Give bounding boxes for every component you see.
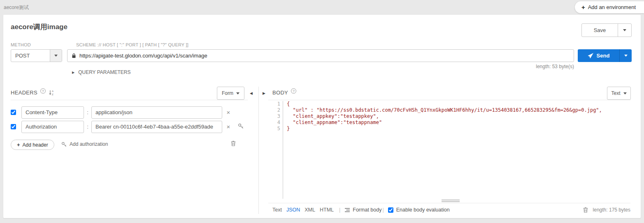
body-footer-divider bbox=[268, 203, 630, 203]
header-name-input[interactable] bbox=[21, 106, 84, 119]
line-number: 3 bbox=[271, 113, 283, 120]
request-card: aecore调用image Save METHOD SCHEME :// HOS… bbox=[3, 15, 641, 218]
add-header-label: Add header bbox=[23, 142, 48, 148]
code-line: 1 { bbox=[271, 101, 630, 107]
plus-icon: + bbox=[17, 142, 20, 148]
body-section-title: BODY ? bbox=[272, 90, 296, 96]
body-footer: Text JSON XML HTML | Format body | Enabl… bbox=[272, 205, 630, 215]
request-title: aecore调用image bbox=[11, 22, 67, 32]
send-button[interactable]: Send bbox=[578, 49, 632, 62]
lock-icon bbox=[72, 53, 76, 58]
workspace-title: aecore测试 bbox=[4, 4, 29, 11]
save-dropdown-button[interactable] bbox=[618, 24, 631, 37]
caret-down-icon bbox=[624, 55, 628, 57]
tab-text[interactable]: Text bbox=[272, 207, 282, 213]
disclosure-triangle-icon: ▶ bbox=[72, 71, 74, 74]
line-number: 1 bbox=[271, 101, 283, 107]
format-body-button[interactable]: Format body bbox=[344, 207, 381, 213]
body-title-text: BODY bbox=[272, 90, 288, 96]
url-field-wrap[interactable] bbox=[67, 49, 574, 62]
body-editor[interactable]: 1 { 2 "url" : "https://ss0.bdstatic.com/… bbox=[271, 101, 630, 199]
url-length: length: 53 byte(s) bbox=[536, 64, 574, 69]
key-icon bbox=[61, 142, 67, 147]
save-button-label[interactable]: Save bbox=[582, 24, 618, 37]
code-text: "url" : "https://ss0.bdstatic.com/70cFvH… bbox=[283, 107, 602, 113]
query-parameters-toggle[interactable]: ▶ QUERY PARAMETERS bbox=[72, 69, 131, 75]
enable-body-evaluation-toggle[interactable]: Enable body evaluation bbox=[388, 207, 450, 213]
tab-json[interactable]: JSON bbox=[286, 207, 300, 213]
send-plane-icon bbox=[588, 53, 593, 59]
collapse-left-panel-icon[interactable]: ◀ bbox=[250, 91, 253, 95]
add-authorization-label: Add authorization bbox=[70, 141, 108, 147]
headers-mode-label: Form bbox=[222, 90, 233, 96]
body-type-label: Text bbox=[611, 90, 620, 96]
code-line: 5 } bbox=[271, 126, 630, 132]
panel-divider[interactable] bbox=[258, 87, 259, 214]
caret-down-icon bbox=[623, 92, 627, 94]
key-icon[interactable] bbox=[235, 123, 247, 130]
code-line: 3 "client_appkey":"testappkey", bbox=[271, 113, 630, 120]
send-button-label: Send bbox=[597, 53, 610, 59]
body-type-button[interactable]: Text bbox=[607, 87, 631, 100]
remove-header-icon[interactable]: × bbox=[222, 109, 235, 116]
header-value-input[interactable] bbox=[91, 106, 222, 119]
code-line: 2 "url" : "https://ss0.bdstatic.com/70cF… bbox=[271, 107, 630, 113]
header-enabled-checkbox[interactable] bbox=[11, 124, 16, 129]
tab-html[interactable]: HTML bbox=[320, 207, 334, 213]
svg-text:Z: Z bbox=[52, 93, 53, 96]
method-label: METHOD bbox=[11, 42, 31, 47]
headers-section-title: HEADERS ? A Z bbox=[11, 90, 54, 96]
add-environment-label: Add an environment bbox=[588, 4, 636, 10]
header-row-authorization: : × bbox=[11, 120, 247, 133]
header-value-input[interactable] bbox=[91, 121, 222, 133]
delete-body-icon[interactable] bbox=[583, 207, 588, 213]
code-line: 4 "client_appname":"testappname" bbox=[271, 120, 630, 126]
line-number: 5 bbox=[271, 126, 283, 132]
scheme-label: SCHEME :// HOST [ ":" PORT ] [ PATH [ "?… bbox=[76, 42, 188, 47]
svg-text:A: A bbox=[52, 90, 53, 92]
headers-divider bbox=[11, 100, 248, 100]
url-input[interactable] bbox=[79, 53, 570, 59]
method-dropdown-button[interactable] bbox=[50, 50, 62, 62]
caret-down-icon bbox=[236, 92, 239, 94]
add-header-button[interactable]: + Add header bbox=[11, 140, 54, 150]
headers-title-text: HEADERS bbox=[11, 90, 37, 96]
caret-down-icon bbox=[54, 55, 58, 57]
send-dropdown-button[interactable] bbox=[619, 49, 632, 62]
code-text: "client_appkey":"testappkey", bbox=[283, 113, 379, 120]
delete-headers-icon[interactable] bbox=[227, 140, 239, 147]
body-length: length: 175 bytes bbox=[593, 207, 630, 213]
sort-headers-icon[interactable]: A Z bbox=[49, 90, 54, 96]
caret-down-icon bbox=[623, 29, 626, 31]
editor-resize-handle[interactable] bbox=[442, 200, 460, 203]
format-body-icon bbox=[344, 207, 350, 213]
headers-mode-button[interactable]: Form bbox=[217, 87, 244, 100]
plus-icon: + bbox=[581, 4, 585, 11]
help-icon[interactable]: ? bbox=[40, 88, 46, 94]
header-row-content-type: : × bbox=[11, 106, 235, 119]
enable-body-evaluation-checkbox[interactable] bbox=[388, 207, 393, 213]
line-number: 4 bbox=[271, 120, 283, 126]
body-divider bbox=[268, 100, 630, 100]
collapse-right-panel-icon[interactable]: ▶ bbox=[263, 91, 265, 95]
format-body-label: Format body bbox=[353, 207, 381, 213]
query-parameters-label: QUERY PARAMETERS bbox=[78, 69, 130, 75]
separator: | bbox=[382, 207, 384, 213]
colon-separator: : bbox=[84, 109, 91, 115]
colon-separator: : bbox=[84, 124, 91, 130]
tab-xml[interactable]: XML bbox=[305, 207, 315, 213]
enable-body-evaluation-label: Enable body evaluation bbox=[396, 207, 450, 213]
add-authorization-button[interactable]: Add authorization bbox=[61, 141, 108, 147]
header-name-input[interactable] bbox=[21, 121, 84, 133]
remove-header-icon[interactable]: × bbox=[222, 123, 235, 130]
method-select[interactable]: POST bbox=[11, 49, 62, 62]
code-text: } bbox=[283, 126, 290, 132]
save-button[interactable]: Save bbox=[581, 23, 632, 37]
code-text: { bbox=[283, 101, 290, 107]
help-icon[interactable]: ? bbox=[291, 88, 296, 94]
method-value[interactable]: POST bbox=[11, 50, 50, 62]
header-enabled-checkbox[interactable] bbox=[11, 110, 16, 115]
add-environment-button[interactable]: + Add an environment bbox=[574, 1, 644, 14]
code-text: "client_appname":"testappname" bbox=[283, 120, 382, 126]
editor-empty-area[interactable] bbox=[271, 132, 630, 199]
